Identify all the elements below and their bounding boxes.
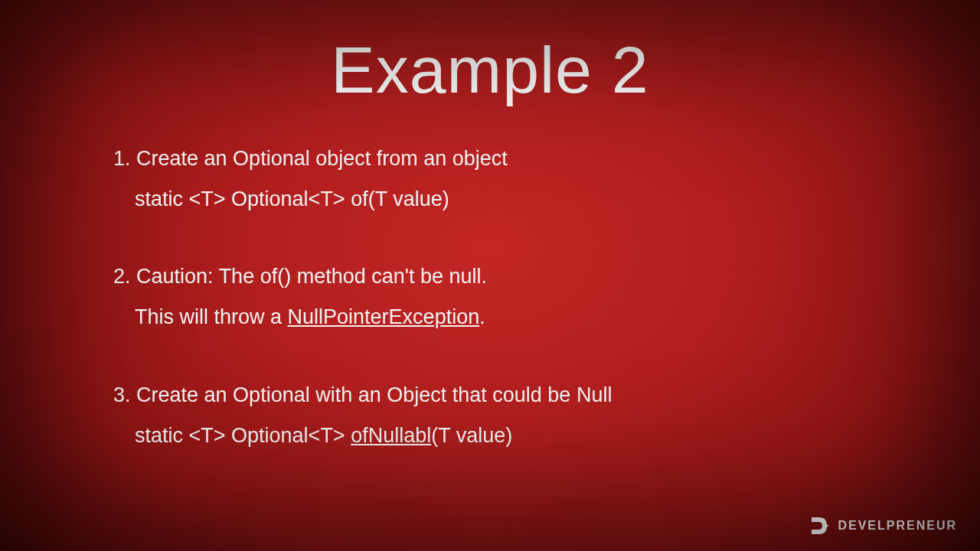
item-number: 3.: [113, 383, 131, 406]
item-text: Create an Optional object from an object: [136, 147, 508, 170]
item-text: Caution: The of() method can't be null.: [136, 265, 487, 288]
underlined-text: NullPointerException: [288, 305, 480, 328]
logo-text: DEVELPRENEUR: [838, 519, 957, 533]
list-item: 2. Caution: The of() method can't be nul…: [113, 262, 873, 332]
item-code: static <T> Optional<T> of(T value): [113, 184, 873, 214]
item-text-line2: This will throw a NullPointerException.: [113, 302, 873, 332]
logo-mark-icon: [810, 516, 831, 536]
item-text: Create an Optional with an Object that c…: [136, 383, 612, 406]
list-item: 3. Create an Optional with an Object tha…: [113, 380, 873, 451]
item-number: 1.: [113, 147, 131, 170]
item-number: 2.: [113, 265, 131, 288]
slide-content: 1. Create an Optional object from an obj…: [113, 144, 873, 461]
slide-title: Example 2: [0, 32, 980, 108]
item-code: static <T> Optional<T> ofNullabl(T value…: [113, 421, 873, 451]
logo: DEVELPRENEUR: [810, 516, 957, 536]
underlined-text: ofNullabl: [351, 424, 431, 447]
list-item: 1. Create an Optional object from an obj…: [113, 144, 873, 214]
